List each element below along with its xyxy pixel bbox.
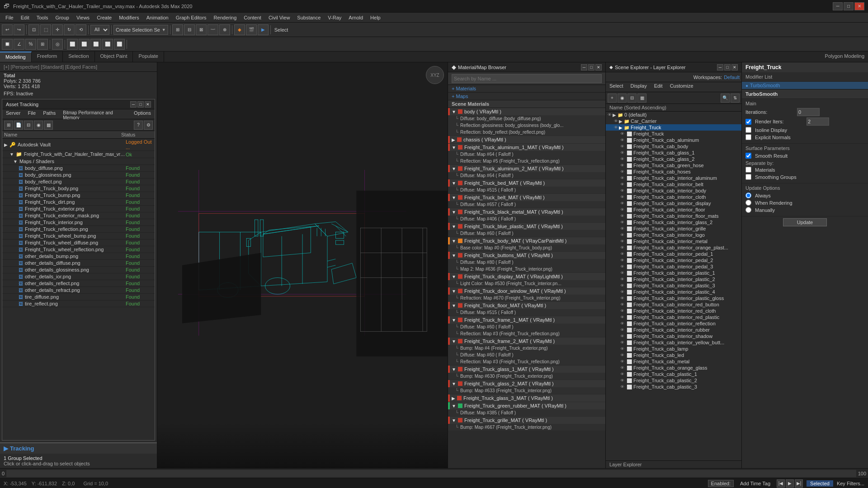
play-btn[interactable]: ▶ [786,479,794,488]
visibility-icon[interactable]: 👁 [620,309,624,313]
tree-item[interactable]: 👁 ⬜ Freight_Truck_cab_interior_metal [606,238,741,244]
mat-close[interactable]: ✕ [595,64,602,70]
mat-expand[interactable]: ▼ [452,239,456,244]
move-btn[interactable]: ✛ [52,24,63,35]
tab-modeling[interactable]: Modeling [0,52,32,62]
scene-menu-customize[interactable]: Customize [666,82,697,92]
tree-item[interactable]: 👁 ⬜ Freight_Truck_cab_hoses [606,169,741,175]
asset-file-row[interactable]: 🖼 other_details_glossiness.png Found [2,267,155,273]
tree-item[interactable]: 👁 ⬜ Freight_Truck_cab_interior_belt [606,181,741,188]
mat-expand[interactable]: ▶ [452,137,455,142]
visibility-icon[interactable]: 👁 [620,226,624,231]
maps-expand[interactable]: ▼ [13,159,18,164]
visibility-icon[interactable]: 👁 [614,119,618,123]
asset-file-row[interactable]: 🖼 Freight_Truck_interior.png Found [2,219,155,226]
tree-item[interactable]: 👁 ⬜ Freight_Truck_cab_body [606,143,741,150]
visibility-icon[interactable]: 👁 [620,220,624,225]
mat-group-header[interactable]: ▼ Freight_Truck_floor_MAT ( VRayMtl ) [448,302,605,309]
add-time-tag[interactable]: Add Time Tag [737,480,773,487]
create-selection-dropdown[interactable]: ▼ [162,28,166,32]
maximize-btn[interactable]: □ [844,2,854,10]
tab-freeform[interactable]: Freeform [32,52,63,62]
asset-btn1[interactable]: ⊞ [4,121,13,130]
visibility-icon[interactable]: 👁 [620,207,624,212]
viewport-gizmo[interactable]: XYZ [426,66,444,84]
always-radio[interactable] [745,192,751,198]
scene-btn4[interactable]: ▦ [637,94,646,103]
next-frame-btn[interactable]: ▶| [795,479,803,488]
asset-file-row[interactable]: 🖼 Freight_Truck_dirt.png Found [2,199,155,206]
render-btn[interactable]: ▶ [258,24,269,35]
mat-expand[interactable]: ▼ [452,224,456,229]
visibility-icon[interactable]: 👁 [620,321,624,326]
mat-search-input[interactable] [452,74,602,83]
smooth-result-checkbox[interactable] [745,153,751,159]
mat-sub-item[interactable]: └ Bump: Map #4 (Freight_Truck_exterior.p… [448,345,605,352]
visibility-icon[interactable]: 👁 [620,366,624,370]
viewport-canvas[interactable]: XYZ [157,62,448,468]
tree-item[interactable]: 👁 ⬜ Freight_Truck_cab_green_hose [606,162,741,169]
mat-group-header[interactable]: ▼ Freight_Truck_bed_MAT ( VRayMtl ) [448,179,605,187]
visibility-icon[interactable]: 👁 [620,195,624,199]
tree-item[interactable]: 👁 ⬜ Freight_Truck_cab_metal [606,358,741,365]
visibility-icon[interactable]: 👁 [620,283,624,288]
visibility-icon[interactable]: 👁 [620,385,624,389]
iterations-input[interactable] [797,108,820,116]
menu-create[interactable]: Create [93,14,115,21]
tree-item[interactable]: 👁 ⬜ Freight_Truck_cab_interior_plastic_4 [606,289,741,295]
scene-sort-btn[interactable]: ⇅ [731,94,740,103]
mat-sub-item[interactable]: └ Bump: Map #630 (Freight_Truck_exterior… [448,373,605,380]
asset-minimize[interactable]: ─ [130,101,137,108]
tree-item[interactable]: 👁 ⬜ Freight_Truck_cab_interior_shadow [606,333,741,339]
mat-sub-item[interactable]: └ Reflection: Map #3 (Freight_Truck_refl… [448,358,605,365]
asset-menu-options[interactable]: Options [130,109,155,119]
tree-item[interactable]: 👁▶ 📁 Freight_Truck [606,124,741,131]
visibility-icon[interactable]: 👁 [620,233,624,237]
asset-file-row[interactable]: 🖼 Freight_Truck_body.png Found [2,185,155,192]
update-button[interactable]: Update [783,218,827,226]
tree-item[interactable]: 👁 ⬜ Freight_Truck_cab_interior_body [606,188,741,194]
curve-editor-btn[interactable]: 〰 [208,24,218,35]
mat-sub-item[interactable]: └ Diffuse: body_diffuse (body_diffuse.pn… [448,115,605,122]
align-btn[interactable]: ⊟ [184,24,195,35]
tree-item[interactable]: 👁 ⬜ Freight_Truck_cab_lamp [606,346,741,352]
visibility-icon[interactable]: 👁 [620,296,624,300]
visibility-icon[interactable]: 👁 [620,315,624,319]
mat-expand[interactable]: ▼ [452,404,456,408]
materials-checkbox[interactable] [745,167,751,173]
filter-dropdown[interactable]: All [90,25,109,35]
mat-expand[interactable]: ▼ [452,367,456,372]
mat-group-header[interactable]: ▼ Freight_Truck_frame_1_MAT ( VRayMtl ) [448,316,605,324]
asset-menu-paths[interactable]: Paths [39,109,59,119]
visibility-icon[interactable]: 👁 [620,182,624,187]
isoline-checkbox[interactable] [745,127,751,133]
viewport-btn2[interactable]: ⬜ [79,39,90,50]
asset-file-row[interactable]: 🖼 tire_diffuse.png Found [2,294,155,300]
tree-item[interactable]: 👁 ⬜ Freight_Truck_cab_glass_1 [606,150,741,156]
mat-sub-item[interactable]: └ Reflection: Map #5 (Freight_Truck_refl… [448,158,605,164]
tab-populate[interactable]: Populate [133,52,164,62]
menu-views[interactable]: Views [73,14,93,21]
asset-menu-server[interactable]: Server [2,109,24,119]
tree-item[interactable]: 👁 ⬜ Freight_Truck_cab_interior_logo [606,232,741,238]
mat-group-header[interactable]: ▼ Freight_Truck_aluminum_2_MAT ( VRayMtl… [448,165,605,172]
tree-item[interactable]: 👁 ⬜ Freight_Truck_cab_interior_plastic_2 [606,276,741,282]
mat-maximize[interactable]: □ [588,64,594,70]
viewport-btn4[interactable]: ⬜ [102,39,113,50]
mat-group-header[interactable]: ▼ Freight_Truck_aluminum_1_MAT ( VRayMtl… [448,144,605,151]
menu-file[interactable]: File [2,14,17,21]
turbosm-modifier-item[interactable]: ● TurboSmooth [742,82,868,89]
visibility-icon[interactable]: 👁 [620,258,624,263]
visibility-icon[interactable]: 👁 [620,359,624,364]
visibility-icon[interactable]: 👁 [620,239,624,244]
mat-group-header[interactable]: ▼ Freight_Truck_belt_MAT ( VRayMtl ) [448,194,605,201]
asset-file-row[interactable]: 🖼 Freight_Truck_wheel_bump.png Found [2,233,155,239]
visibility-icon[interactable]: 👁 [620,264,624,269]
visibility-icon[interactable]: 👁 [620,372,624,376]
visibility-icon[interactable]: 👁 [620,328,624,332]
mat-group-header[interactable]: ▼ Freight_Truck_body_MAT ( VRayCarPaintM… [448,237,605,244]
close-btn[interactable]: ✕ [854,2,864,10]
mat-sub-item[interactable]: └ Refraction: Map #670 (Freight_Truck_in… [448,295,605,301]
visibility-icon[interactable]: 👁 [614,125,618,130]
tree-item[interactable]: 👁▶ 📁 0 (default) [606,112,741,118]
